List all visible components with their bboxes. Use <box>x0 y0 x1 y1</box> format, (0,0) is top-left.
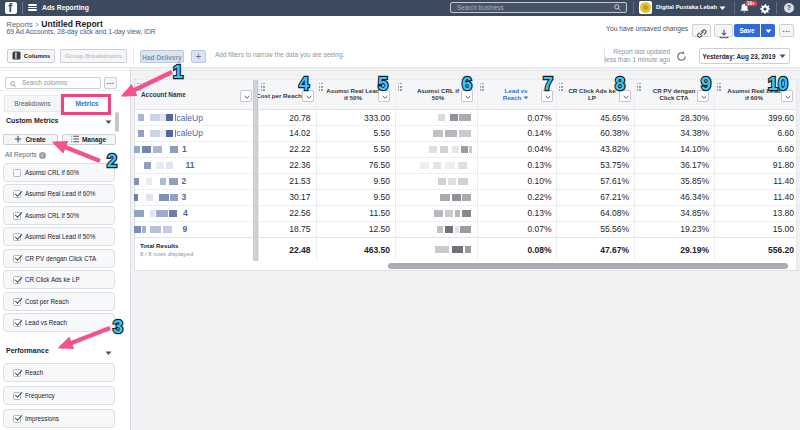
svg-text:1: 1 <box>173 62 183 82</box>
svg-text:3: 3 <box>113 317 123 337</box>
svg-text:6: 6 <box>462 74 472 94</box>
svg-text:9: 9 <box>701 74 711 94</box>
svg-text:10: 10 <box>768 74 788 94</box>
svg-text:5: 5 <box>378 74 388 94</box>
svg-text:2: 2 <box>107 151 117 171</box>
svg-text:8: 8 <box>615 74 625 94</box>
svg-text:7: 7 <box>543 74 553 94</box>
svg-text:4: 4 <box>299 74 309 94</box>
